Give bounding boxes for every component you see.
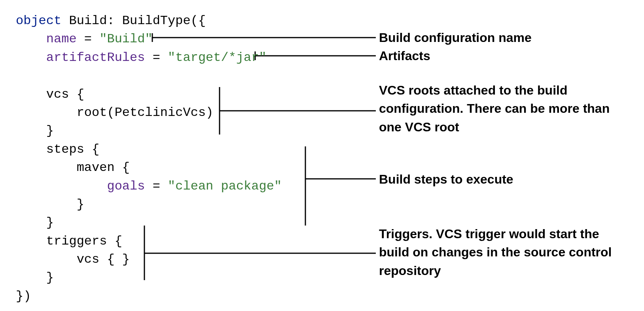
close-brace: }	[46, 215, 54, 230]
prop-goals: goals	[107, 179, 145, 193]
vcs-empty: vcs { }	[77, 252, 130, 267]
keyword-object: object	[16, 13, 61, 28]
string-artifact: "target/*jar"	[168, 50, 267, 65]
steps-open: steps {	[46, 142, 99, 157]
code-indent	[16, 50, 46, 65]
code-indent	[16, 215, 46, 230]
close-brace: }	[46, 123, 54, 138]
code-indent	[16, 105, 77, 120]
code-indent	[16, 32, 46, 46]
vcs-open: vcs {	[46, 87, 84, 102]
code-indent	[16, 142, 46, 157]
triggers-open: triggers {	[46, 234, 122, 248]
code-text: Build: BuildType({	[61, 13, 206, 28]
code-indent	[16, 87, 46, 102]
root-call: root(PetclinicVcs)	[77, 105, 214, 120]
close-brace: }	[46, 270, 54, 285]
close-brace: }	[77, 197, 84, 212]
prop-name: name	[46, 32, 77, 46]
close-paren: })	[16, 289, 31, 303]
code-indent	[16, 270, 46, 285]
code-eq: =	[145, 179, 168, 193]
code-indent	[16, 197, 77, 212]
code-indent	[16, 123, 46, 138]
code-block: object Build: BuildType({ name = "Build"…	[16, 12, 628, 305]
string-build: "Build"	[99, 32, 152, 46]
code-eq: =	[145, 50, 168, 65]
code-indent	[16, 179, 107, 193]
prop-artifact: artifactRules	[46, 50, 145, 65]
code-indent	[16, 160, 77, 175]
code-eq: =	[77, 32, 100, 46]
code-indent	[16, 252, 77, 267]
code-indent	[16, 234, 46, 248]
string-goals: "clean package"	[168, 179, 282, 193]
maven-open: maven {	[77, 160, 130, 175]
